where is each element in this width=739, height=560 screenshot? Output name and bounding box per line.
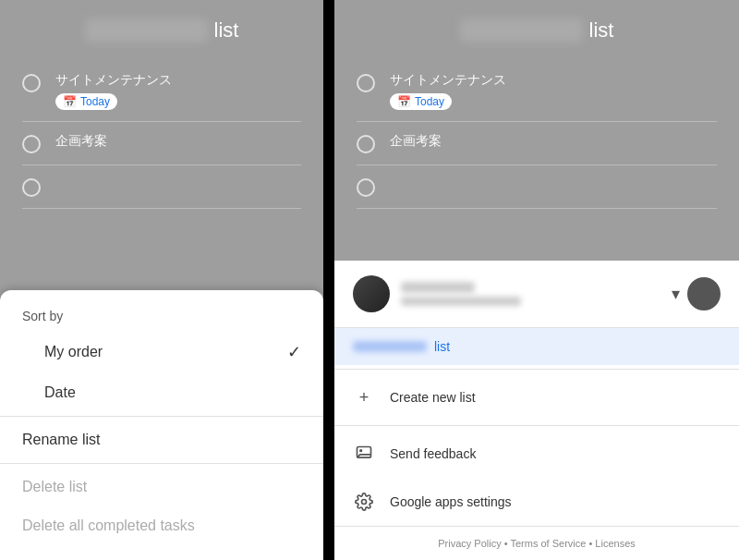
- licenses-link[interactable]: Licenses: [595, 538, 635, 549]
- delete-list-item[interactable]: Delete list: [0, 468, 323, 506]
- avatar-image: [353, 275, 390, 312]
- context-menu: Sort by My order ✓ Date Rename list Dele…: [0, 290, 323, 560]
- create-new-list-label: Create new list: [390, 390, 476, 405]
- sort-date-label: Date: [44, 384, 76, 400]
- calendar-icon: 📅: [63, 95, 77, 108]
- google-apps-settings-label: Google apps settings: [390, 494, 512, 509]
- task-item-1: サイトメンテナンス 📅 Today: [22, 61, 301, 122]
- right-task-item-2: 企画考案: [357, 122, 717, 165]
- sort-by-label: Sort by: [0, 305, 323, 331]
- left-title-text: list: [214, 18, 239, 42]
- task-item-2: 企画考案: [22, 122, 301, 165]
- send-feedback-label: Send feedback: [390, 446, 476, 461]
- left-task-area: Maria Costa's list サイトメンテナンス 📅 Today 企画考…: [0, 0, 323, 296]
- nav-list-item-active[interactable]: list: [334, 328, 739, 365]
- right-task-title-1: サイトメンテナンス: [390, 72, 717, 89]
- svg-point-1: [360, 450, 362, 452]
- rename-list-item[interactable]: Rename list: [0, 420, 323, 459]
- left-page-title: Maria Costa's list: [22, 18, 301, 43]
- footer-dot-1: •: [504, 538, 508, 549]
- footer-dot-2: •: [588, 538, 592, 549]
- task-content-2: 企画考案: [55, 133, 301, 153]
- right-task-content-1: サイトメンテナンス 📅 Today: [390, 72, 717, 110]
- panel-divider: [323, 0, 334, 560]
- footer: Privacy Policy • Terms of Service • Lice…: [334, 526, 739, 560]
- account-email: [401, 297, 521, 306]
- menu-divider-1: [0, 416, 323, 417]
- right-title-text: list: [589, 18, 614, 42]
- account-dropdown-icon[interactable]: ▾: [672, 284, 680, 304]
- account-info: [401, 282, 672, 306]
- task-title-1: サイトメンテナンス: [55, 72, 301, 89]
- right-panel: Maria Costa's list サイトメンテナンス 📅 Today 企画考…: [334, 0, 739, 560]
- task-date-text-1: Today: [80, 95, 110, 108]
- task-content-1: サイトメンテナンス 📅 Today: [55, 72, 301, 110]
- google-apps-settings-item[interactable]: Google apps settings: [334, 478, 739, 526]
- sort-date-item[interactable]: Date: [0, 373, 323, 412]
- rename-list-label: Rename list: [22, 432, 100, 448]
- right-task-checkbox-2[interactable]: [357, 135, 375, 153]
- right-task-date-text: Today: [415, 95, 444, 108]
- task-title-2: 企画考案: [55, 133, 301, 150]
- nav-list-label: list: [434, 339, 721, 354]
- delete-list-label: Delete list: [22, 479, 87, 495]
- right-task-content-2: 企画考案: [390, 133, 717, 153]
- right-task-checkbox-3[interactable]: [357, 178, 375, 197]
- sort-my-order-label: My order: [44, 344, 103, 360]
- send-feedback-item[interactable]: Send feedback: [334, 430, 739, 478]
- right-nav-drawer: ▾ list + Create new list: [334, 261, 739, 560]
- task-date-badge-1[interactable]: 📅 Today: [55, 93, 117, 110]
- right-task-checkbox-1[interactable]: [357, 74, 375, 92]
- avatar: [353, 275, 390, 312]
- delete-completed-label: Delete all completed tasks: [22, 517, 195, 534]
- delete-completed-item[interactable]: Delete all completed tasks: [0, 506, 323, 545]
- menu-divider-2: [0, 463, 323, 464]
- right-task-title-2: 企画考案: [390, 133, 717, 150]
- nav-divider-2: [334, 425, 739, 426]
- right-task-item-1: サイトメンテナンス 📅 Today: [357, 61, 717, 122]
- task-checkbox-2[interactable]: [22, 135, 41, 153]
- task-item-3: [22, 165, 301, 209]
- right-task-area: Maria Costa's list サイトメンテナンス 📅 Today 企画考…: [334, 0, 739, 250]
- sort-my-order-item[interactable]: My order ✓: [0, 331, 323, 373]
- terms-link[interactable]: Terms of Service: [510, 538, 586, 549]
- account-name: [401, 282, 475, 293]
- right-calendar-icon: 📅: [397, 95, 411, 108]
- right-task-item-3: [357, 165, 717, 209]
- left-user-name: Maria Costa's: [85, 18, 209, 43]
- left-panel: Maria Costa's list サイトメンテナンス 📅 Today 企画考…: [0, 0, 323, 560]
- plus-icon: +: [353, 386, 375, 408]
- nav-list-label-blur: [353, 341, 427, 352]
- right-task-date-badge-1[interactable]: 📅 Today: [390, 93, 452, 110]
- account-header[interactable]: ▾: [334, 261, 739, 328]
- right-page-title: Maria Costa's list: [357, 18, 717, 43]
- privacy-link[interactable]: Privacy Policy: [438, 538, 501, 549]
- feedback-icon: [353, 443, 375, 465]
- svg-point-2: [362, 500, 367, 505]
- task-checkbox-3[interactable]: [22, 178, 41, 197]
- sort-my-order-check-icon: ✓: [287, 342, 301, 362]
- create-new-list-item[interactable]: + Create new list: [334, 373, 739, 421]
- settings-icon: [353, 491, 375, 513]
- task-checkbox-1[interactable]: [22, 74, 41, 92]
- account-avatar-right: [687, 277, 721, 310]
- nav-divider-1: [334, 369, 739, 370]
- right-user-name: Maria Costa's: [460, 18, 584, 43]
